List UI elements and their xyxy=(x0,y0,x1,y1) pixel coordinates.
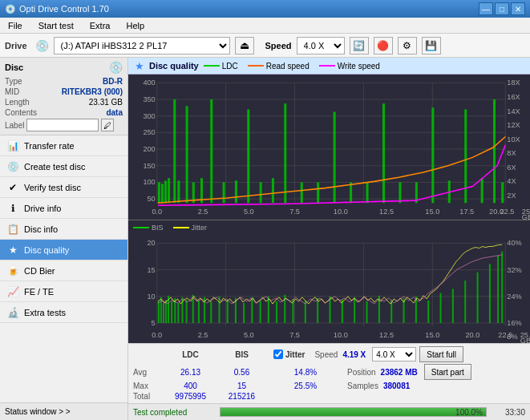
svg-text:5.0: 5.0 xyxy=(244,331,254,339)
svg-rect-144 xyxy=(489,264,491,323)
status-window-button[interactable]: Status window > > xyxy=(0,402,127,420)
speed-select2[interactable]: 4.0 X xyxy=(372,347,416,361)
drive-select[interactable]: (J:) ATAPI iHBS312 2 PL17 xyxy=(54,37,230,55)
title-bar-buttons: — □ ✕ xyxy=(479,2,525,15)
svg-rect-134 xyxy=(366,301,368,323)
minimize-button[interactable]: — xyxy=(479,2,493,15)
svg-text:200: 200 xyxy=(143,145,155,153)
menu-start-test[interactable]: Start test xyxy=(34,19,79,32)
svg-rect-119 xyxy=(218,297,220,323)
disc-type-label: Type xyxy=(5,77,22,86)
svg-text:5: 5 xyxy=(152,319,156,327)
cd-bier-icon: 🍺 xyxy=(6,265,19,277)
samples-value: 380081 xyxy=(383,382,410,390)
settings-button[interactable]: ⚙ xyxy=(398,37,417,55)
sidebar-item-disc-info[interactable]: 📋 Disc info xyxy=(0,219,127,240)
disc-length-label: Length xyxy=(5,98,30,107)
sidebar-item-create-test-disc[interactable]: 💿 Create test disc xyxy=(0,156,127,177)
menu-help[interactable]: Help xyxy=(121,19,149,32)
app-icon: 💿 xyxy=(5,4,16,14)
svg-text:250: 250 xyxy=(143,129,155,137)
speed-select[interactable]: 4.0 X xyxy=(297,37,345,55)
sidebar-item-fe-te[interactable]: 📈 FE / TE xyxy=(0,281,127,302)
sidebar-item-extra-tests[interactable]: 🔬 Extra tests xyxy=(0,302,127,323)
jitter-checkbox[interactable] xyxy=(273,349,283,359)
drive-icon: 💿 xyxy=(35,39,49,52)
status-text: Test completed xyxy=(133,408,213,417)
svg-text:100: 100 xyxy=(143,179,155,187)
svg-text:2X: 2X xyxy=(507,192,516,200)
disc-mid-label: MID xyxy=(5,87,19,96)
svg-rect-133 xyxy=(354,297,355,323)
svg-rect-145 xyxy=(497,256,499,323)
sidebar-item-verify-test-disc[interactable]: ✔ Verify test disc xyxy=(0,177,127,198)
svg-rect-44 xyxy=(158,183,160,204)
menu-file[interactable]: File xyxy=(3,19,27,32)
progress-bar-fill xyxy=(220,408,486,416)
svg-rect-105 xyxy=(158,301,160,323)
save-button[interactable]: 💾 xyxy=(422,37,441,55)
svg-text:0.0: 0.0 xyxy=(152,331,162,339)
start-part-button[interactable]: Start part xyxy=(424,364,471,380)
sidebar-item-drive-info[interactable]: ℹ Drive info xyxy=(0,198,127,219)
sidebar-item-disc-quality[interactable]: ★ Disc quality xyxy=(0,240,127,260)
sidebar-item-transfer-rate[interactable]: 📊 Transfer rate xyxy=(0,135,127,156)
svg-rect-71 xyxy=(481,178,483,203)
disc-label-button[interactable]: 🖊 xyxy=(101,119,114,131)
disc-info-icon: 📋 xyxy=(6,224,19,235)
disc-mid-row: MID RITEKBR3 (000) xyxy=(5,87,123,96)
disc-contents-row: Contents data xyxy=(5,108,123,117)
upper-chart-svg: 400 350 300 250 200 150 100 50 18X 16X 1… xyxy=(128,75,530,220)
lower-chart-svg: 20 15 10 5 40% 32% 24% 16% 8% xyxy=(128,235,530,343)
sidebar-item-fe-te-label: FE / TE xyxy=(24,287,54,297)
svg-text:15.0: 15.0 xyxy=(425,208,439,216)
svg-rect-120 xyxy=(227,300,229,323)
svg-text:15.0: 15.0 xyxy=(425,331,439,339)
title-bar-title: 💿 Opti Drive Control 1.70 xyxy=(5,4,109,14)
sidebar-item-cd-bier[interactable]: 🍺 CD Bier xyxy=(0,260,127,281)
svg-rect-142 xyxy=(464,281,466,323)
svg-text:4X: 4X xyxy=(507,178,516,186)
burn-button[interactable]: 🔴 xyxy=(374,37,393,55)
transfer-rate-icon: 📊 xyxy=(6,140,19,151)
total-label: Total xyxy=(133,392,161,401)
menu-bar: File Start test Extra Help xyxy=(0,18,530,34)
svg-rect-124 xyxy=(260,301,261,323)
svg-rect-130 xyxy=(317,298,318,323)
sidebar: Disc 💿 Type BD-R MID RITEKBR3 (000) Leng… xyxy=(0,58,128,420)
disc-panel-title: Disc xyxy=(5,63,23,72)
svg-text:24%: 24% xyxy=(507,293,521,301)
status-bottom: Test completed 100.0% 33:30 xyxy=(128,403,530,420)
svg-text:0.0: 0.0 xyxy=(152,208,162,216)
disc-quality-icon: ★ xyxy=(6,244,19,256)
eject-button[interactable]: ⏏ xyxy=(235,37,254,55)
read-speed-color xyxy=(248,65,264,67)
disc-type-value: BD-R xyxy=(103,77,123,86)
refresh-button[interactable]: 🔄 xyxy=(350,37,369,55)
svg-text:10.0: 10.0 xyxy=(334,331,348,339)
maximize-button[interactable]: □ xyxy=(495,2,509,15)
svg-text:400: 400 xyxy=(143,79,155,87)
svg-rect-123 xyxy=(251,297,253,323)
total-bis-value: 215216 xyxy=(220,392,264,401)
ldc-label: LDC xyxy=(222,62,238,71)
svg-rect-45 xyxy=(161,184,164,204)
menu-extra[interactable]: Extra xyxy=(85,19,115,32)
disc-label-input[interactable] xyxy=(26,119,99,131)
disc-panel: Disc 💿 Type BD-R MID RITEKBR3 (000) Leng… xyxy=(0,58,127,135)
svg-text:10.0: 10.0 xyxy=(334,208,348,216)
jitter-legend-label: Jitter xyxy=(192,224,208,232)
svg-rect-58 xyxy=(272,178,274,203)
svg-text:7.5: 7.5 xyxy=(289,208,300,216)
avg-jitter-value: 14.8% xyxy=(273,368,338,377)
svg-text:14X: 14X xyxy=(507,107,520,115)
disc-contents-label: Contents xyxy=(5,108,37,117)
start-full-button[interactable]: Start full xyxy=(419,346,463,362)
disc-panel-header: Disc 💿 xyxy=(5,61,123,74)
close-button[interactable]: ✕ xyxy=(511,2,525,15)
svg-rect-116 xyxy=(198,301,200,323)
svg-rect-125 xyxy=(268,297,269,323)
svg-rect-73 xyxy=(501,183,504,204)
svg-text:22.5: 22.5 xyxy=(498,331,512,339)
extra-tests-icon: 🔬 xyxy=(6,307,19,318)
